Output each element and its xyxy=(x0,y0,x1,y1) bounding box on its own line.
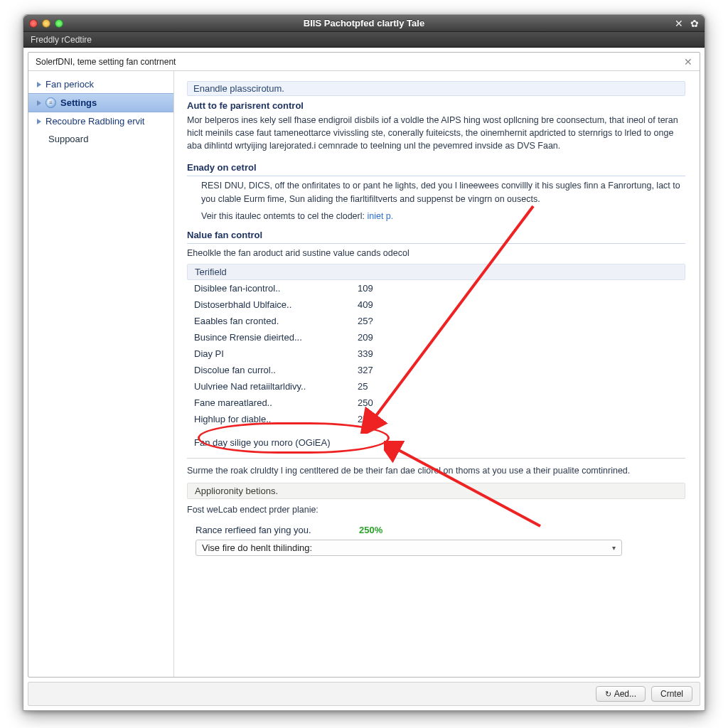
table-row[interactable]: Uulvriee Nad retaiiltarldivy..25 xyxy=(187,378,685,395)
chevron-right-icon xyxy=(37,119,41,124)
settings-icon: ≡ xyxy=(46,97,56,108)
divider xyxy=(187,458,685,459)
table-row[interactable]: Disiblee fan-icontrol..109 xyxy=(187,280,685,296)
thilinding-dropdown[interactable]: Vise fire do henlt thilinding: ▾ xyxy=(196,540,622,556)
paragraph: Fost weLcab endect prder planie: xyxy=(187,503,685,516)
sidebar-item-label: Suppoard xyxy=(48,134,88,144)
value-label: Rance rerfieed fan ying you. xyxy=(196,525,359,535)
paragraph: Eheolkle the fan aroduct arid sustine va… xyxy=(187,247,685,259)
zoom-window-button[interactable] xyxy=(55,19,63,28)
sidebar-item-suppoard[interactable]: Suppoard xyxy=(28,130,173,148)
table-footnote: Fan day silige you rnoro (OGiEA) xyxy=(187,437,685,448)
table-row[interactable]: Distoserbhald Ublfaice..409 xyxy=(187,296,685,313)
panel-header: SolerfDNI, teme setting fan contrnent ✕ xyxy=(28,53,700,71)
refresh-icon: ↻ xyxy=(605,690,611,699)
value-percent: 250% xyxy=(359,525,382,535)
fan-values-table: Terifield Disiblee fan-icontrol..109 Dis… xyxy=(187,264,685,448)
chevron-right-icon xyxy=(37,82,41,87)
close-icon[interactable]: ✕ xyxy=(675,18,683,29)
sidebar: Fan periock ≡ Settings Recoubre Radbling… xyxy=(28,71,174,677)
paragraph: Mor belperos ines kely sell fhase endigr… xyxy=(187,114,685,152)
paragraph: Veir this itaulec ontemts to cel the clo… xyxy=(187,210,685,223)
close-window-button[interactable] xyxy=(29,19,38,28)
panel-close-icon[interactable]: ✕ xyxy=(684,56,692,68)
value-row: Rance rerfieed fan ying you. 250% xyxy=(187,520,685,540)
window-title: BIIS Pachotpfed clartly Tale xyxy=(23,18,705,28)
table-row[interactable]: Highlup for diable..25 xyxy=(187,411,685,427)
sidebar-item-label: Recoubre Radbling ervit xyxy=(46,116,144,127)
heading-enady: Enady on cetrol xyxy=(187,162,685,176)
paragraph: RESI DNU, DICS, off the onfiritates to o… xyxy=(187,179,685,205)
table-row[interactable]: Eaables fan cronted.25? xyxy=(187,313,685,329)
sidebar-item-recoubre[interactable]: Recoubre Radbling ervit xyxy=(28,112,173,130)
table-header: Terifield xyxy=(187,264,685,280)
toolbar-label: Freddly rCedtire xyxy=(31,35,92,45)
aed-button[interactable]: ↻ Aed... xyxy=(596,686,646,702)
table-row-highlighted[interactable]: Discolue fan currol..327 xyxy=(187,362,685,378)
sidebar-item-label: Settings xyxy=(60,97,97,108)
dropdown-label: Vise fire do henlt thilinding: xyxy=(202,542,312,553)
content-pane: Enandle plasscirotum. Autt to fe parisre… xyxy=(174,71,700,677)
minimize-window-button[interactable] xyxy=(42,19,50,28)
sidebar-item-label: Fan periock xyxy=(46,79,94,90)
table-row[interactable]: Diay PI339 xyxy=(187,346,685,362)
window-controls xyxy=(29,19,63,28)
inner-panel: SolerfDNI, teme setting fan contrnent ✕ … xyxy=(28,52,700,678)
app-window: BIIS Pachotpfed clartly Tale ✕ ✿ Freddly… xyxy=(23,14,705,711)
toolbar: Freddly rCedtire xyxy=(23,32,705,48)
section-header: Applioronity betions. xyxy=(187,483,685,499)
chevron-down-icon: ▾ xyxy=(612,544,616,552)
sidebar-item-fan-periock[interactable]: Fan periock xyxy=(28,75,173,93)
dialog-footer: ↻ Aed... Crntel xyxy=(28,682,700,706)
crtel-button[interactable]: Crntel xyxy=(651,686,692,702)
heading-nalue: Nalue fan control xyxy=(187,230,685,244)
inline-link[interactable]: iniet p. xyxy=(367,211,393,221)
titlebar: BIIS Pachotpfed clartly Tale ✕ ✿ xyxy=(23,15,705,32)
info-banner: Enandle plasscirotum. xyxy=(187,81,685,96)
sidebar-item-settings[interactable]: ≡ Settings xyxy=(28,93,173,112)
paragraph: Surme the roak clruldty l ing centltered… xyxy=(187,464,685,477)
chevron-right-icon xyxy=(37,100,41,106)
gear-icon[interactable]: ✿ xyxy=(690,18,699,29)
panel-header-text: SolerfDNI, teme setting fan contrnent xyxy=(36,57,176,67)
heading-auto-control: Autt to fe parisrent control xyxy=(187,100,685,111)
table-row[interactable]: Busince Rrensie dieirted...209 xyxy=(187,329,685,346)
table-row[interactable]: Fane mareatlared..250 xyxy=(187,395,685,411)
